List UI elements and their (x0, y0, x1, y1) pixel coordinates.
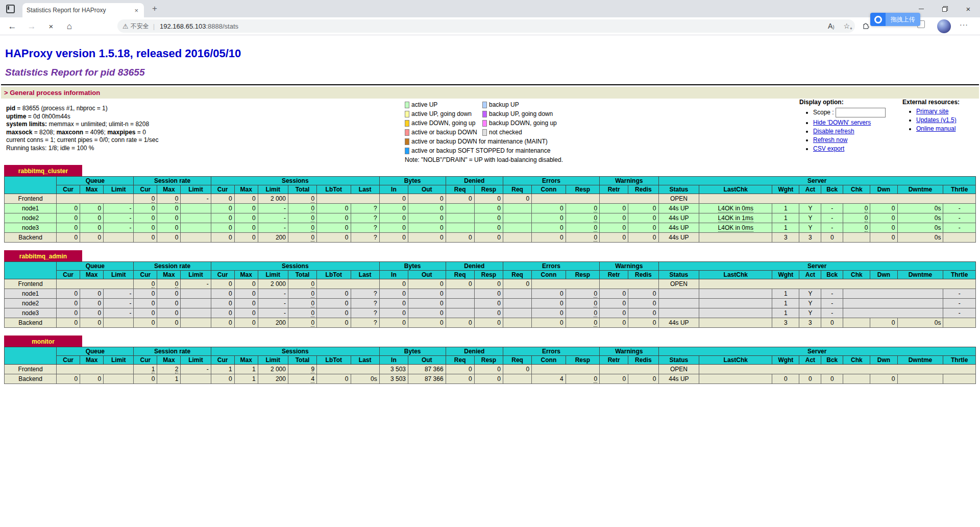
external-resource-item: Online manual (916, 125, 979, 132)
stat-cell: - (821, 299, 843, 308)
display-option-link[interactable]: CSV export (813, 145, 844, 152)
stat-cell: 0 (157, 233, 181, 243)
proxy-link-monitor[interactable]: monitor (32, 338, 55, 345)
home-button[interactable]: ⌂ (64, 21, 75, 32)
puzzle-icon (862, 21, 870, 30)
tab-actions-button[interactable] (5, 4, 15, 14)
group-header: Queue (57, 177, 134, 185)
stat-cell: - (258, 204, 288, 213)
favorite-icon[interactable]: ☆ (843, 22, 850, 30)
stat-cell: 0s (897, 213, 943, 223)
stat-cell: 0s (897, 223, 943, 233)
table-row-backend: Backend00000020000?0000000044s UP33000s (5, 318, 976, 328)
group-header: Queue (57, 347, 134, 356)
table-row-frontend: Frontend00-002 000000000OPEN (5, 194, 976, 204)
stat-cell (181, 308, 211, 318)
stat-cell (600, 365, 658, 374)
stat-cell: Y (799, 204, 821, 213)
stat-cell: 0 (211, 289, 234, 299)
back-button[interactable]: ← (7, 21, 17, 32)
stat-cell: 0 (134, 289, 157, 299)
stat-cell: 0 (474, 223, 503, 233)
stop-button[interactable]: × (46, 21, 56, 32)
stat-cell: 0 (566, 308, 599, 318)
report-subtitle: Statistics Report for pid 83655 (5, 67, 980, 78)
stat-cell: 0 (234, 204, 258, 213)
stat-cell: 0 (474, 279, 503, 289)
browser-menu-button[interactable]: ··· (960, 20, 968, 29)
stat-cell: 0s (897, 233, 943, 243)
stat-cell (658, 308, 699, 318)
proxy-link-rabbitmq_admin[interactable]: rabbitmq_admin (19, 253, 67, 260)
security-label[interactable]: 不安全 (131, 22, 149, 31)
stat-cell: 0 (628, 213, 658, 223)
display-option-link[interactable]: Hide 'DOWN' servers (813, 119, 871, 126)
process-info-line: uptime = 0d 0h00m44s (6, 113, 159, 121)
tab-close-icon[interactable]: × (133, 7, 140, 14)
table-row-frontend: Frontend12-112 00093 50387 366000OPEN (5, 365, 976, 374)
address-bar[interactable]: ⚠ 不安全 | 192.168.65.103:8888/stats A) ☆ (117, 19, 855, 33)
column-header: Out (408, 271, 446, 279)
stat-cell (843, 318, 870, 328)
proxy-link-rabbitmq_cluster[interactable]: rabbitmq_cluster (18, 167, 68, 175)
column-header: Max (234, 185, 258, 194)
stat-cell: 0 (134, 318, 157, 328)
stat-cell: 0 (80, 233, 104, 243)
legend-item: backup UP, going down (482, 110, 553, 117)
stat-cell (843, 308, 943, 318)
profile-avatar[interactable] (937, 19, 951, 33)
stat-cell: OPEN (658, 194, 699, 204)
external-resource-link[interactable]: Primary site (916, 108, 948, 115)
page-title[interactable]: HAProxy version 1.5.18, released 2016/05… (5, 47, 241, 60)
extensions-icon[interactable] (862, 21, 870, 32)
tab-actions-icon (6, 5, 15, 13)
display-option-link[interactable]: Refresh now (813, 136, 847, 143)
stat-cell: 0 (600, 204, 628, 213)
address-divider: | (153, 22, 155, 30)
stat-cell: 0 (446, 279, 474, 289)
column-header: In (379, 185, 408, 194)
stat-cell (699, 299, 772, 308)
stat-cell: 0 (234, 233, 258, 243)
stat-cell: 1 (157, 374, 181, 384)
display-option-link[interactable]: Disable refresh (813, 128, 854, 135)
column-header: Resp (474, 356, 503, 365)
stat-cell: 2 (157, 365, 181, 374)
stat-cell: 1 (134, 365, 157, 374)
browser-tab[interactable]: Statistics Report for HAProxy × (22, 3, 144, 17)
external-resource-link[interactable]: Online manual (916, 125, 955, 132)
scope-input[interactable] (836, 108, 886, 117)
stats-tables: rabbitmq_clusterQueueSession rateSession… (0, 165, 980, 384)
display-option-item: Refresh now (813, 136, 901, 143)
stat-cell: 0 (600, 374, 628, 384)
window-restore-button[interactable] (933, 0, 957, 17)
stat-cell: 3 (772, 318, 799, 328)
group-header: Sessions (211, 177, 379, 185)
stat-cell: 0 (134, 233, 157, 243)
stat-cell: 0 (57, 204, 80, 213)
stat-cell: 0 (211, 374, 234, 384)
stat-cell: ? (351, 308, 379, 318)
stat-cell (699, 289, 772, 299)
stat-cell: 0 (134, 223, 157, 233)
table-row-node1: node100-0000-00?00000001Y-- (5, 289, 976, 299)
read-aloud-icon[interactable]: A) (828, 22, 834, 30)
stat-cell: 0 (57, 318, 80, 328)
stat-cell: - (258, 289, 288, 299)
proxy-section-monitor: monitorQueueSession rateSessionsBytesDen… (4, 336, 976, 384)
stat-cell: 0 (157, 318, 181, 328)
new-tab-button[interactable]: + (149, 4, 160, 15)
column-header: Retr (600, 185, 628, 194)
legend-row: active or backup SOFT STOPPED for mainte… (405, 146, 563, 155)
column-header: Act (799, 356, 821, 365)
stat-cell: 0 (532, 289, 566, 299)
stat-cell: 0s (897, 204, 943, 213)
drag-upload-badge[interactable]: 拖拽上传 (870, 13, 920, 26)
window-close-button[interactable]: × (957, 0, 980, 17)
external-resource-link[interactable]: Updates (v1.5) (916, 116, 957, 124)
security-warning-icon: ⚠ (122, 22, 129, 30)
proxy-name-tab: rabbitmq_cluster (4, 165, 82, 176)
stat-cell (503, 374, 532, 384)
stat-cell (658, 289, 699, 299)
legend-row: active UP, going downbackup UP, going do… (405, 109, 563, 118)
